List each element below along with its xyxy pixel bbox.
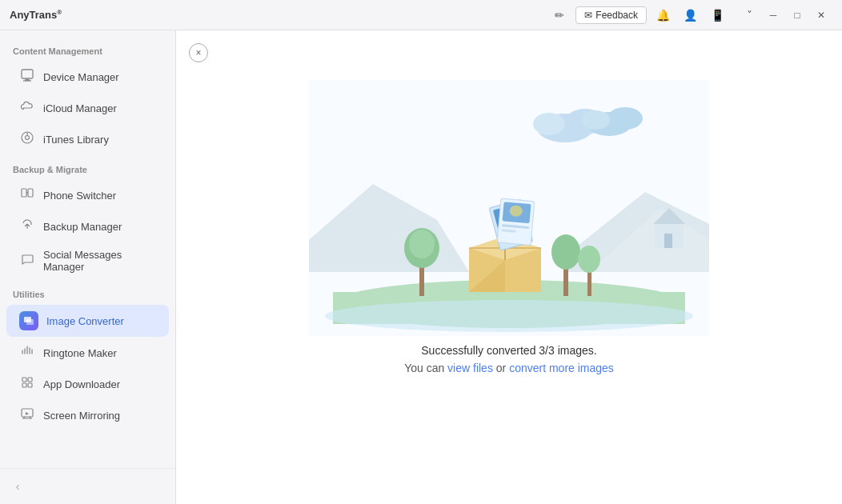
- sidebar-item-phone-switcher[interactable]: Phone Switcher: [6, 180, 169, 210]
- sidebar-item-image-converter[interactable]: Image Converter: [6, 305, 169, 337]
- sidebar-item-icloud-manager[interactable]: iCloud Manager: [6, 93, 169, 123]
- close-x-icon: ×: [195, 47, 201, 58]
- svg-point-20: [607, 107, 643, 130]
- svg-rect-0: [22, 70, 33, 78]
- svg-rect-10: [22, 378, 26, 382]
- maximize-button[interactable]: □: [786, 4, 808, 26]
- image-converter-icon: [19, 311, 38, 330]
- sidebar-item-ringtone-maker[interactable]: Ringtone Maker: [6, 338, 169, 368]
- svg-rect-23: [664, 234, 672, 248]
- icloud-manager-icon: [19, 99, 35, 117]
- sidebar-item-label: Screen Mirroring: [43, 410, 120, 422]
- sidebar-collapse-button[interactable]: ‹: [6, 475, 29, 498]
- social-messages-icon: [19, 252, 35, 270]
- content-area: ×: [176, 30, 842, 504]
- ringtone-maker-icon: [19, 344, 35, 362]
- main-layout: Content Management Device Manager iCloud…: [0, 30, 842, 504]
- sidebar-bottom: ‹: [0, 468, 175, 504]
- sidebar-item-label: Device Manager: [43, 71, 119, 83]
- sidebar-item-label: Backup Manager: [43, 221, 122, 233]
- action-prefix: You can: [404, 362, 444, 374]
- section-utilities: Utilities: [0, 280, 175, 304]
- svg-point-18: [533, 113, 565, 135]
- backup-manager-icon: [19, 218, 35, 235]
- svg-rect-6: [22, 189, 26, 197]
- feedback-button[interactable]: ✉ Feedback: [575, 6, 647, 24]
- app-downloader-icon: [19, 375, 35, 393]
- svg-rect-7: [28, 189, 33, 197]
- success-message: Successfully converted 3/3 images.: [404, 344, 614, 357]
- sidebar-item-label: iCloud Manager: [43, 102, 117, 114]
- sidebar-item-label: Phone Switcher: [43, 190, 116, 202]
- itunes-library-icon: [19, 130, 35, 148]
- user-icon-button[interactable]: 👤: [679, 4, 701, 26]
- sidebar-item-label: iTunes Library: [43, 134, 109, 146]
- title-bar: AnyTrans® ✏ ✉ Feedback 🔔 👤 📱 ˅ ─ □ ✕: [0, 0, 842, 30]
- window-controls: ˅ ─ □ ✕: [738, 4, 832, 26]
- sidebar-item-backup-manager[interactable]: Backup Manager: [6, 211, 169, 242]
- title-bar-left: AnyTrans®: [10, 9, 62, 21]
- success-illustration: [309, 80, 709, 336]
- action-text: You can view files or convert more image…: [404, 362, 614, 374]
- screen-mirroring-icon: [19, 406, 35, 424]
- section-content-management: Content Management: [0, 37, 175, 61]
- svg-point-33: [578, 246, 600, 273]
- svg-point-29: [409, 230, 435, 258]
- sidebar-item-social-messages[interactable]: Social Messages Manager: [6, 242, 169, 279]
- section-backup-migrate: Backup & Migrate: [0, 155, 175, 179]
- view-files-link[interactable]: view files: [447, 362, 493, 374]
- sidebar-item-device-manager[interactable]: Device Manager: [6, 62, 169, 92]
- edit-icon-button[interactable]: ✏: [548, 4, 571, 26]
- sidebar-item-screen-mirroring[interactable]: Screen Mirroring: [6, 400, 169, 430]
- phone-switcher-icon: [19, 186, 35, 204]
- minimize-button[interactable]: ─: [762, 4, 784, 26]
- sidebar: Content Management Device Manager iCloud…: [0, 30, 176, 504]
- sidebar-item-label: Image Converter: [46, 315, 124, 327]
- feedback-label: Feedback: [595, 10, 638, 21]
- title-bar-right: ✏ ✉ Feedback 🔔 👤 📱 ˅ ─ □ ✕: [548, 4, 832, 26]
- app-title: AnyTrans®: [10, 9, 62, 21]
- sidebar-item-label: Social Messages Manager: [43, 249, 156, 273]
- sidebar-item-label: App Downloader: [43, 378, 120, 390]
- illustration-container: Successfully converted 3/3 images. You c…: [176, 30, 842, 504]
- bell-icon-button[interactable]: 🔔: [652, 4, 674, 26]
- sidebar-item-app-downloader[interactable]: App Downloader: [6, 369, 169, 399]
- phone-icon-button[interactable]: 📱: [706, 4, 728, 26]
- svg-point-26: [325, 300, 693, 332]
- sidebar-item-itunes-library[interactable]: iTunes Library: [6, 124, 169, 154]
- svg-point-4: [26, 136, 30, 140]
- chevron-down-button[interactable]: ˅: [738, 4, 760, 26]
- svg-point-31: [551, 234, 580, 270]
- sidebar-content: Content Management Device Manager iCloud…: [0, 30, 175, 468]
- svg-rect-12: [22, 383, 26, 387]
- svg-rect-9: [26, 319, 34, 325]
- content-close-button[interactable]: ×: [189, 43, 208, 62]
- svg-rect-13: [28, 383, 32, 387]
- device-manager-icon: [19, 68, 35, 86]
- convert-more-link[interactable]: convert more images: [509, 362, 614, 374]
- svg-rect-11: [28, 378, 32, 382]
- feedback-envelope-icon: ✉: [584, 10, 592, 21]
- sidebar-item-label: Ringtone Maker: [43, 347, 117, 359]
- success-section: Successfully converted 3/3 images. You c…: [404, 344, 614, 422]
- close-button[interactable]: ✕: [810, 4, 832, 26]
- svg-point-21: [581, 110, 610, 130]
